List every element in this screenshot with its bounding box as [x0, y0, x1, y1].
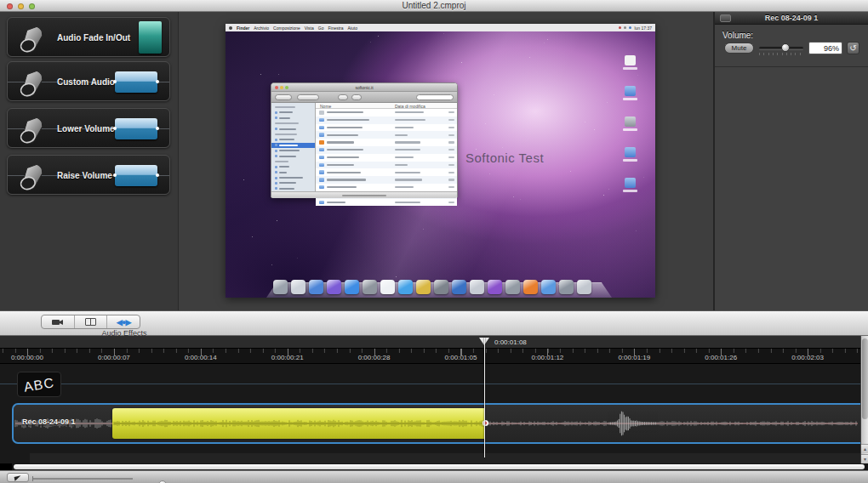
- finder-file-row: [316, 131, 457, 139]
- playhead-lane[interactable]: 0:00:01:08: [0, 336, 868, 349]
- scroll-down-arrow[interactable]: ▼: [861, 454, 868, 463]
- dock-icon: [416, 280, 431, 294]
- playhead-timecode: 0:00:01:08: [494, 338, 527, 346]
- status-bar: [0, 470, 868, 483]
- ruler-tick-label: 0:00:01:19: [610, 354, 658, 361]
- action-handle: [156, 127, 159, 130]
- dock-icon: [452, 280, 466, 294]
- desktop-icon-label: [623, 98, 637, 100]
- timeline-toolbar: ◀●▶ Audio Effects ◀◀ ▶ ▶▶ i: [0, 310, 868, 336]
- volume-slider-thumb[interactable]: [781, 43, 790, 52]
- desktop-icon-document: [619, 55, 641, 70]
- tab-video-actions[interactable]: [42, 315, 75, 328]
- finder-file-row: [316, 109, 457, 116]
- callout-tool-button[interactable]: [7, 473, 29, 482]
- finder-statusbar: [271, 191, 457, 198]
- dock-icon: [470, 280, 484, 294]
- transitions-icon: [85, 318, 96, 326]
- playhead-line[interactable]: [484, 338, 485, 457]
- timeline-zoom-slider[interactable]: [32, 478, 133, 480]
- video-actions-icon: [51, 318, 64, 327]
- effect-raise-volume[interactable]: Raise Volume: [7, 155, 170, 195]
- horizontal-scroll-thumb[interactable]: [14, 464, 865, 469]
- preview-canvas[interactable]: FinderArchivioComposizioneVistaGoFinestr…: [226, 24, 655, 298]
- screenshot-clock: lun 17:37: [634, 26, 652, 31]
- dock-icon: [523, 280, 538, 294]
- action-block: [115, 165, 157, 186]
- volume-slider[interactable]: [759, 47, 803, 49]
- scroll-up-arrow[interactable]: ▲: [861, 444, 868, 453]
- tab-audio-effects[interactable]: ◀●▶: [107, 315, 140, 328]
- desktop-wallpaper: softonic.it Nome D: [226, 31, 655, 298]
- dock-icon: [327, 280, 341, 294]
- folder-icon: [625, 178, 636, 188]
- desktop-icon-folder: [619, 147, 641, 162]
- audio-waveform: [14, 405, 859, 442]
- screenshot-menu-item: Aiuto: [348, 26, 357, 31]
- track-separator: [0, 384, 861, 384]
- desktop-icon-drive: [619, 116, 641, 131]
- vertical-scroll-thumb[interactable]: [862, 338, 868, 419]
- timeline-horizontal-scrollbar[interactable]: [0, 463, 868, 470]
- effect-custom-audio-action[interactable]: Custom Audio Action: [7, 61, 170, 101]
- timeline-ruler[interactable]: 0:00:00:000:00:00:070:00:00:140:00:00:21…: [0, 349, 861, 364]
- screenshot-dock-icons: [273, 280, 591, 294]
- mute-button[interactable]: Mute: [724, 43, 754, 54]
- apple-logo-icon: [229, 26, 232, 30]
- finder-file-row: [316, 184, 457, 191]
- status-dot-icon: [619, 26, 621, 29]
- status-dot-icon: [624, 26, 626, 29]
- finder-file-row: [316, 124, 457, 132]
- audio-effects-icon: ◀●▶: [117, 318, 130, 327]
- finder-file-row: [316, 162, 457, 169]
- volume-reset-button[interactable]: ↺: [847, 42, 859, 54]
- back-forward-buttons: [275, 94, 292, 100]
- window-title: Untitled 2.cmproj: [0, 1, 868, 10]
- dock-icon: [434, 280, 448, 294]
- finder-file-row: [316, 199, 457, 207]
- folder-icon: [625, 147, 636, 157]
- effect-label: Lower Volume: [57, 124, 115, 134]
- volume-label: Volume:: [722, 31, 753, 40]
- abc-label: ABC: [22, 370, 56, 399]
- action-gear-button: [351, 94, 362, 100]
- screenshot-menubar: FinderArchivioComposizioneVistaGoFinestr…: [226, 24, 655, 31]
- action-block: [115, 118, 157, 139]
- dock-icon: [309, 280, 323, 294]
- effect-audio-fade[interactable]: Audio Fade In/Out: [7, 17, 170, 57]
- action-handle: [156, 173, 159, 177]
- audio-effects-panel: Audio Fade In/Out Custom Audio Action: [0, 12, 179, 310]
- volume-value-field[interactable]: 96%: [808, 42, 842, 54]
- screenshot-menu-item: Composizione: [273, 26, 300, 31]
- dock-icon: [291, 280, 306, 294]
- scrollbar-corner: [0, 463, 12, 470]
- annotation-abc-chip[interactable]: ABC: [17, 372, 61, 397]
- status-dot-icon: [629, 26, 631, 29]
- finder-sidebar: [271, 103, 316, 191]
- dock-icon: [380, 280, 395, 294]
- inspector-title: Rec 08-24-09 1: [715, 14, 868, 22]
- dock-icon: [363, 280, 377, 294]
- ruler-tick-label: 0:00:01:12: [523, 354, 571, 361]
- desktop-icon-folder: [619, 86, 641, 100]
- dock-icon: [273, 280, 288, 294]
- dock-icon: [541, 280, 556, 294]
- main-area: Audio Fade In/Out Custom Audio Action: [0, 12, 868, 310]
- window-titlebar[interactable]: Untitled 2.cmproj: [0, 0, 868, 12]
- action-handle: [113, 127, 117, 130]
- desktop-icon-folder: [619, 178, 641, 192]
- finder-toolbar: [271, 92, 457, 103]
- dock-icon: [559, 280, 574, 294]
- effect-lower-volume[interactable]: Lower Volume: [7, 108, 170, 148]
- finder-file-list: Nome Data di modifica: [316, 103, 457, 191]
- screenshot-dock: [266, 276, 612, 298]
- desktop-text-label: Softonic Test: [465, 151, 544, 165]
- tab-transitions[interactable]: [75, 315, 108, 328]
- timeline-clip[interactable]: Rec 08-24-09 1: [12, 403, 861, 444]
- speaker-icon: [14, 159, 47, 191]
- timeline-vertical-scrollbar[interactable]: ▲ ▼: [860, 336, 868, 463]
- screenshot-finder-window: softonic.it Nome D: [271, 82, 458, 198]
- finder-file-row: [316, 146, 457, 154]
- ruler-tick-label: 0:00:01:26: [697, 354, 745, 361]
- volume-slider-ticks: [759, 53, 804, 55]
